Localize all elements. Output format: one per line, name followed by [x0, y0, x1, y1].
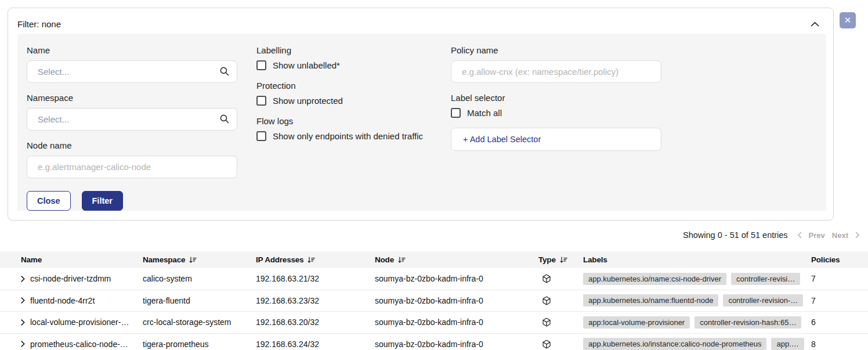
endpoints-table: Name Namespace IP Addresses Node Type La… [0, 251, 868, 350]
pagination: Showing 0 - 51 of 51 entries Prev Next [683, 230, 860, 240]
table-header-row: Name Namespace IP Addresses Node Type La… [0, 251, 868, 268]
flow-logs-section-label: Flow logs [256, 116, 454, 126]
namespace-field-label: Namespace [27, 93, 237, 103]
endpoint-ip: 192.168.63.23/32 [256, 296, 375, 305]
label-badge: controller-revision-hash:65… [695, 316, 801, 329]
endpoint-namespace: tigera-fluentd [143, 296, 256, 305]
chevron-up-icon [811, 21, 819, 27]
policy-name-field-label: Policy name [451, 45, 661, 55]
add-label-selector-button[interactable]: + Add Label Selector [451, 128, 661, 151]
column-header-namespace[interactable]: Namespace [143, 255, 256, 264]
cube-icon [542, 296, 551, 305]
endpoint-node: soumya-bz-0zbo-kadm-infra-0 [375, 296, 538, 305]
x-icon: ✕ [844, 15, 852, 25]
endpoint-node: soumya-bz-0zbo-kadm-infra-0 [375, 274, 538, 283]
column-header-type[interactable]: Type [538, 255, 583, 264]
show-unprotected-checkbox[interactable] [256, 96, 266, 106]
filter-panel: Filter: none Name Namespace [8, 8, 834, 221]
endpoint-namespace: tigera-prometheus [143, 340, 256, 349]
dismiss-panel-button[interactable]: ✕ [840, 12, 856, 28]
endpoint-namespace: calico-system [143, 274, 256, 283]
endpoint-name: csi-node-driver-tzdmm [30, 274, 111, 283]
endpoint-name: prometheus-calico-node-… [30, 340, 128, 349]
label-selector-section-label: Label selector [451, 93, 661, 103]
denied-traffic-checkbox[interactable] [256, 131, 266, 141]
show-unprotected-label: Show unprotected [273, 96, 343, 106]
endpoint-node: soumya-bz-0zbo-kadm-infra-0 [375, 317, 538, 327]
endpoint-ip: 192.168.63.21/32 [256, 274, 375, 283]
show-unlabelled-checkbox[interactable] [256, 60, 266, 70]
filter-panel-title: Filter: none [17, 19, 61, 29]
column-header-labels[interactable]: Labels [583, 255, 811, 264]
label-badge: app.kubernetes.io/name:fluentd-node [583, 294, 718, 306]
endpoint-policies-count: 7 [811, 274, 868, 283]
name-field-label: Name [27, 45, 237, 55]
filter-panel-body: Name Namespace Node name Close Filt [17, 34, 826, 211]
chevron-right-icon [21, 297, 25, 304]
sort-icon[interactable] [397, 256, 406, 264]
endpoint-ip: 192.168.63.24/32 [256, 340, 375, 349]
filter-panel-header: Filter: none [17, 16, 822, 32]
filter-column-middle: Labelling Show unlabelled* Protection Sh… [256, 45, 454, 151]
match-all-label: Match all [467, 108, 502, 118]
endpoint-name: local-volume-provisioner-… [30, 317, 129, 327]
table-row[interactable]: csi-node-driver-tzdmm calico-system 192.… [0, 268, 868, 290]
endpoint-policies-count: 6 [811, 317, 868, 327]
column-header-policies[interactable]: Policies [811, 255, 868, 264]
endpoint-node: soumya-bz-0zbo-kadm-infra-0 [375, 340, 538, 349]
filter-column-right: Policy name Label selector Match all + A… [451, 45, 661, 151]
close-button[interactable]: Close [27, 191, 71, 211]
label-badge: controller-revision-… [723, 294, 803, 306]
chevron-right-icon [21, 341, 25, 347]
cube-icon [542, 340, 551, 349]
node-name-input[interactable] [27, 156, 237, 178]
filter-button[interactable]: Filter [82, 191, 123, 211]
cube-icon [542, 317, 551, 327]
table-row[interactable]: prometheus-calico-node-… tigera-promethe… [0, 334, 868, 350]
label-badge: app.kubernetes.io/name:csi-node-driver [583, 273, 726, 285]
expand-row-button[interactable] [21, 276, 25, 282]
expand-row-button[interactable] [21, 319, 25, 326]
denied-traffic-label: Show only endpoints with denied traffic [273, 131, 423, 141]
filter-column-left: Name Namespace Node name Close Filt [27, 45, 237, 211]
endpoint-name: fluentd-node-4rr2t [30, 296, 95, 305]
match-all-checkbox[interactable] [451, 108, 461, 118]
chevron-right-icon [21, 319, 25, 326]
table-row[interactable]: local-volume-provisioner-… crc-local-sto… [0, 312, 868, 334]
endpoint-policies-count: 8 [811, 340, 868, 349]
label-badge: controller-revisi… [731, 273, 800, 285]
sort-icon[interactable] [307, 256, 315, 264]
namespace-select-input[interactable] [27, 108, 237, 131]
show-unlabelled-label: Show unlabelled* [273, 60, 340, 70]
endpoint-namespace: crc-local-storage-system [143, 317, 256, 327]
column-header-ip-addresses[interactable]: IP Addresses [256, 255, 375, 264]
chevron-right-icon [21, 276, 25, 282]
name-select-input[interactable] [27, 60, 237, 83]
label-badge: app.kubernetes.io/instance:calico-node-p… [583, 338, 766, 350]
label-badge: app:local-volume-provisioner [583, 316, 690, 329]
sort-icon[interactable] [189, 256, 197, 264]
labelling-section-label: Labelling [256, 45, 454, 55]
policy-name-input[interactable] [451, 60, 661, 83]
sort-icon[interactable] [559, 256, 567, 264]
prev-button[interactable]: Prev [809, 231, 825, 240]
prev-arrow-icon[interactable] [797, 232, 802, 239]
collapse-panel-button[interactable] [808, 19, 822, 29]
expand-row-button[interactable] [21, 341, 25, 347]
label-badge: app.… [771, 338, 804, 350]
column-header-node[interactable]: Node [375, 255, 538, 264]
entries-summary: Showing 0 - 51 of 51 entries [683, 230, 788, 240]
endpoint-ip: 192.168.63.20/32 [256, 317, 375, 327]
table-row[interactable]: fluentd-node-4rr2t tigera-fluentd 192.16… [0, 290, 868, 312]
endpoint-policies-count: 7 [811, 296, 868, 305]
cube-icon [542, 274, 551, 283]
node-name-field-label: Node name [27, 140, 237, 150]
column-header-name[interactable]: Name [0, 255, 143, 264]
next-button[interactable]: Next [832, 231, 848, 240]
protection-section-label: Protection [256, 81, 454, 91]
next-arrow-icon[interactable] [855, 232, 860, 239]
expand-row-button[interactable] [21, 297, 25, 304]
